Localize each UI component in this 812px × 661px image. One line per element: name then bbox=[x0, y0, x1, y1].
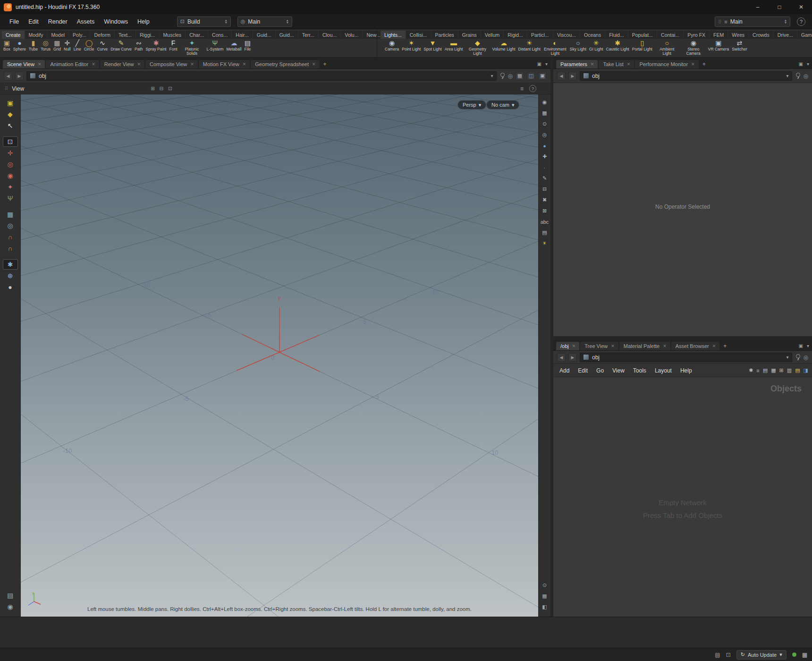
grid-snap-icon[interactable]: ▦ bbox=[3, 209, 18, 220]
forward-button[interactable]: ▶ bbox=[15, 72, 24, 80]
chevron-down-icon[interactable]: ▾ bbox=[491, 73, 493, 78]
translate-handle-icon[interactable]: ✛ bbox=[3, 148, 18, 158]
close-tab-icon[interactable]: ✕ bbox=[312, 62, 316, 67]
shelf-tab-wires[interactable]: Wires bbox=[728, 31, 748, 39]
shelf-tab-fem[interactable]: FEM bbox=[710, 31, 727, 39]
follow-target-icon[interactable]: ◎ bbox=[804, 73, 808, 79]
tab-asset-browser[interactable]: Asset Browser✕ bbox=[671, 342, 719, 350]
close-tab-icon[interactable]: ✕ bbox=[591, 62, 594, 67]
shelf-tab-fluid[interactable]: Fluid... bbox=[605, 31, 628, 39]
network-color-icon[interactable]: ◨ bbox=[804, 367, 808, 373]
camera-selector[interactable]: No cam ▾ bbox=[486, 100, 519, 110]
new-tab-button[interactable]: + bbox=[700, 60, 709, 68]
close-tab-icon[interactable]: ✕ bbox=[38, 62, 42, 67]
shelf-tab-guid[interactable]: Guid... bbox=[276, 31, 298, 39]
lights-icon[interactable]: ☀ bbox=[540, 238, 550, 248]
tab-geometry-spreadsheet[interactable]: Geometry Spreadsheet✕ bbox=[251, 60, 319, 68]
close-tab-icon[interactable]: ✕ bbox=[611, 344, 615, 348]
network-menu-help[interactable]: Help bbox=[676, 365, 696, 376]
shelf-tool-circle[interactable]: ◯Circle bbox=[83, 39, 96, 52]
network-menu-edit[interactable]: Edit bbox=[574, 365, 592, 376]
cook-mode-icon[interactable]: ⊡ bbox=[726, 652, 731, 658]
current-view-icon[interactable]: ● bbox=[540, 141, 550, 151]
maximize-button[interactable]: □ bbox=[769, 0, 790, 14]
pane-menu-icon[interactable]: ▣ bbox=[799, 343, 803, 348]
flipbook-icon[interactable]: ▦ bbox=[540, 108, 550, 118]
shelf-tool-path[interactable]: ∾Path bbox=[133, 39, 144, 52]
chevron-down-icon[interactable]: ▾ bbox=[545, 61, 548, 67]
shelf-tool-null[interactable]: ✛Null bbox=[62, 39, 72, 52]
select-tool-icon[interactable]: ↖ bbox=[3, 120, 18, 131]
secure-selection-icon[interactable]: ⊡ bbox=[3, 136, 18, 147]
chevron-down-icon[interactable]: ▾ bbox=[807, 343, 809, 348]
cell-icon[interactable]: ▦ bbox=[540, 591, 550, 601]
shelf-tool-font[interactable]: FFont bbox=[168, 39, 178, 52]
drag-handle-icon[interactable]: ⠿ bbox=[5, 86, 8, 91]
close-tab-icon[interactable]: ✕ bbox=[663, 344, 667, 348]
shelf-tab-text[interactable]: Text... bbox=[115, 31, 135, 39]
tab-composite-view[interactable]: Composite View✕ bbox=[145, 60, 198, 68]
network-editor[interactable]: Objects Empty Network Press Tab to Add O… bbox=[553, 377, 812, 617]
pin-view-icon[interactable]: ⊞ bbox=[151, 86, 154, 91]
tab-take-list[interactable]: Take List✕ bbox=[599, 60, 634, 68]
shelf-tab-crowds[interactable]: Crowds bbox=[749, 31, 773, 39]
shelf-tab-particles[interactable]: Particles bbox=[431, 31, 458, 39]
menu-render[interactable]: Render bbox=[43, 16, 72, 27]
shelf-tool-distant-light[interactable]: ☀Distant Light bbox=[517, 39, 542, 52]
spinner-icon[interactable]: ▲▼ bbox=[225, 19, 228, 24]
network-columns-icon[interactable]: ▥ bbox=[787, 367, 792, 373]
menu-edit[interactable]: Edit bbox=[24, 16, 43, 27]
network-grid-icon[interactable]: ▦ bbox=[771, 367, 776, 373]
network-notes-icon[interactable]: ▤ bbox=[795, 367, 800, 373]
shelf-tool-area-light[interactable]: ▬Area Light bbox=[443, 39, 465, 52]
tab-scene-view[interactable]: Scene View✕ bbox=[3, 60, 45, 68]
tab-motion-fx-view[interactable]: Motion FX View✕ bbox=[199, 60, 250, 68]
back-button[interactable]: ◀ bbox=[557, 353, 566, 362]
back-button[interactable]: ◀ bbox=[4, 72, 12, 80]
new-tab-button[interactable]: + bbox=[321, 60, 330, 68]
shelf-tab-muscles[interactable]: Muscles bbox=[160, 31, 186, 39]
pin-icon[interactable] bbox=[795, 354, 801, 361]
shelf-tab-clou[interactable]: Clou... bbox=[319, 31, 340, 39]
tab-tree-view[interactable]: Tree View✕ bbox=[580, 342, 618, 350]
tab-animation-editor[interactable]: Animation Editor✕ bbox=[46, 60, 99, 68]
shelf-tab-vellum[interactable]: Vellum bbox=[481, 31, 504, 39]
shelf-tool-metaball[interactable]: ☁Metaball bbox=[225, 39, 243, 52]
back-button[interactable]: ◀ bbox=[557, 72, 566, 80]
shelf-tool-box[interactable]: ▣Box bbox=[2, 39, 12, 52]
shelf-tool-draw-curve[interactable]: ✎Draw Curve bbox=[109, 39, 133, 52]
close-tab-icon[interactable]: ✕ bbox=[627, 62, 631, 67]
network-menu-layout[interactable]: Layout bbox=[651, 365, 676, 376]
params-path-field[interactable]: obj ▾ bbox=[580, 71, 792, 81]
pin-icon[interactable] bbox=[499, 72, 505, 79]
shelf-tab-deform[interactable]: Deform bbox=[90, 31, 114, 39]
add-view-icon[interactable]: ✚ bbox=[540, 152, 550, 161]
shelf-tab-hair[interactable]: Hair... bbox=[232, 31, 252, 39]
update-mode-selector[interactable]: ↻ Auto Update ▾ bbox=[736, 650, 787, 660]
shelf-tool-camera[interactable]: ◉Camera bbox=[383, 39, 400, 52]
globe-icon[interactable]: ⊕ bbox=[3, 271, 18, 281]
shelf-tool-environment-light[interactable]: ◐Environment Light bbox=[542, 39, 568, 56]
rotate-handle-icon[interactable]: ◎ bbox=[3, 159, 18, 169]
snapshot-camera-icon[interactable]: ◉ bbox=[540, 97, 550, 107]
shelf-tab-collisi[interactable]: Collisi... bbox=[406, 31, 431, 39]
shelf-tab-model[interactable]: Model bbox=[47, 31, 68, 39]
follow-target-icon[interactable]: ◎ bbox=[804, 354, 808, 361]
spinner-icon[interactable]: ▲▼ bbox=[784, 19, 787, 24]
scale-handle-icon[interactable]: ◉ bbox=[3, 170, 18, 181]
annotate-icon[interactable]: ✎ bbox=[540, 173, 550, 183]
shelf-tool-stereo-camera[interactable]: ◉Stereo Camera bbox=[680, 39, 707, 56]
pane-menu-icon[interactable]: ▣ bbox=[537, 61, 541, 67]
shelf-tool-tube[interactable]: ▮Tube bbox=[27, 39, 39, 52]
network-add-icon[interactable]: ⊞ bbox=[779, 367, 784, 373]
viewport-layout-icon[interactable]: ◉ bbox=[3, 602, 18, 612]
tab-obj[interactable]: /obj✕ bbox=[556, 342, 579, 350]
pin-icon[interactable] bbox=[795, 72, 801, 79]
close-tab-icon[interactable]: ✕ bbox=[190, 62, 194, 67]
shelf-tab-modify[interactable]: Modify bbox=[25, 31, 47, 39]
material-sphere-icon[interactable]: ● bbox=[3, 282, 18, 292]
grip-icon[interactable]: ◧ bbox=[540, 602, 550, 612]
main-toolbar-selector[interactable]: ⠿ ≡ Main ▲▼ bbox=[715, 17, 790, 27]
pose-tool-icon[interactable]: ✦ bbox=[3, 182, 18, 192]
network-menu-tools[interactable]: Tools bbox=[629, 365, 651, 376]
